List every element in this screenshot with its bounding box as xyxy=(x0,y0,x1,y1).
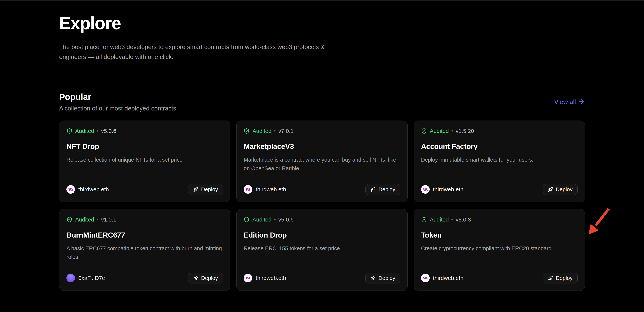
card-footer: thirdweb.eth Deploy xyxy=(244,273,400,284)
deploy-label: Deploy xyxy=(201,186,218,192)
contract-card-account-factory[interactable]: Audited v1.5.20 Account Factory Deploy i… xyxy=(414,120,585,202)
deploy-label: Deploy xyxy=(201,275,218,281)
publisher-name: thirdweb.eth xyxy=(433,275,464,281)
thirdweb-logo-icon xyxy=(245,276,250,280)
publisher-link[interactable]: thirdweb.eth xyxy=(421,274,464,282)
view-all-label: View all xyxy=(554,98,576,106)
rocket-icon xyxy=(548,276,553,281)
publisher-avatar xyxy=(421,274,430,282)
rocket-icon xyxy=(370,187,376,192)
publisher-avatar xyxy=(244,185,252,194)
contract-title: NFT Drop xyxy=(66,142,223,150)
page-title: Explore xyxy=(59,14,585,33)
publisher-name: thirdweb.eth xyxy=(256,186,286,192)
card-meta-row: Audited v1.0.1 xyxy=(66,216,223,223)
contract-description: A basic ERC677 compatible token contract… xyxy=(66,244,223,261)
card-meta-row: Audited v5.0.6 xyxy=(244,216,400,223)
audited-badge: Audited xyxy=(430,128,449,134)
publisher-link[interactable]: thirdweb.eth xyxy=(244,185,286,194)
card-footer: thirdweb.eth Deploy xyxy=(244,184,400,195)
separator-dot xyxy=(274,219,276,220)
shield-check-icon xyxy=(421,217,427,222)
contract-card-burnminterc677[interactable]: Audited v1.0.1 BurnMintERC677 A basic ER… xyxy=(59,209,230,291)
contracts-grid: Audited v5.0.6 NFT Drop Release collecti… xyxy=(59,120,585,291)
publisher-avatar xyxy=(66,274,75,282)
card-meta-row: Audited v7.0.1 xyxy=(244,128,400,134)
card-footer: thirdweb.eth Deploy xyxy=(66,184,223,195)
annotation-arrow-icon xyxy=(582,204,614,238)
audited-badge: Audited xyxy=(252,128,272,134)
contract-version: v1.0.1 xyxy=(101,216,116,223)
deploy-label: Deploy xyxy=(378,275,395,281)
contract-card-edition-drop[interactable]: Audited v5.0.6 Edition Drop Release ERC1… xyxy=(236,209,408,291)
rocket-icon xyxy=(193,276,198,281)
separator-dot xyxy=(274,130,276,132)
rocket-icon xyxy=(370,276,376,281)
contract-title: MarketplaceV3 xyxy=(244,142,400,150)
card-meta-row: Audited v5.0.3 xyxy=(421,216,578,223)
top-border xyxy=(0,0,644,1)
contract-title: Token xyxy=(421,231,578,239)
audited-badge: Audited xyxy=(430,216,449,223)
popular-section-header: Popular A collection of our most deploye… xyxy=(59,92,585,112)
contract-title: Edition Drop xyxy=(244,231,400,239)
deploy-button[interactable]: Deploy xyxy=(188,184,223,195)
card-footer: thirdweb.eth Deploy xyxy=(421,273,578,284)
shield-check-icon xyxy=(244,217,250,222)
contract-title: Account Factory xyxy=(421,142,578,150)
contract-version: v5.0.6 xyxy=(101,128,116,134)
thirdweb-logo-icon xyxy=(423,276,428,280)
deploy-label: Deploy xyxy=(556,186,572,192)
contract-version: v5.0.6 xyxy=(278,216,294,223)
publisher-link[interactable]: thirdweb.eth xyxy=(244,274,286,282)
popular-subheading: A collection of our most deployed contra… xyxy=(59,105,178,112)
contract-card-marketplacev3[interactable]: Audited v7.0.1 MarketplaceV3 Marketplace… xyxy=(236,120,408,202)
card-meta-row: Audited v1.5.20 xyxy=(421,128,578,134)
deploy-button[interactable]: Deploy xyxy=(543,184,578,195)
thirdweb-logo-icon xyxy=(68,188,73,191)
shield-check-icon xyxy=(66,217,72,222)
rocket-icon xyxy=(193,187,198,192)
contract-card-token[interactable]: Audited v5.0.3 Token Create cryptocurren… xyxy=(414,209,585,291)
deploy-label: Deploy xyxy=(556,275,572,281)
contract-version: v7.0.1 xyxy=(278,128,294,134)
page-subtitle: The best place for web3 developers to ex… xyxy=(59,42,339,62)
contract-card-nft-drop[interactable]: Audited v5.0.6 NFT Drop Release collecti… xyxy=(59,120,230,202)
shield-check-icon xyxy=(66,128,72,134)
contract-description: Create cryptocurrency compliant with ERC… xyxy=(421,244,578,253)
deploy-button[interactable]: Deploy xyxy=(543,273,578,284)
popular-heading-group: Popular A collection of our most deploye… xyxy=(59,92,178,112)
contract-description: Deploy immutable smart wallets for your … xyxy=(421,156,578,164)
contract-description: Release ERC1155 tokens for a set price. xyxy=(244,244,400,253)
explore-page: Explore The best place for web3 develope… xyxy=(59,0,585,291)
publisher-link[interactable]: thirdweb.eth xyxy=(66,185,109,194)
publisher-avatar xyxy=(66,185,75,194)
publisher-name: thirdweb.eth xyxy=(78,186,109,192)
separator-dot xyxy=(452,130,453,132)
deploy-label: Deploy xyxy=(378,186,395,192)
card-footer: thirdweb.eth Deploy xyxy=(421,184,578,195)
arrow-right-icon xyxy=(578,98,585,105)
contract-title: BurnMintERC677 xyxy=(66,231,223,239)
deploy-button[interactable]: Deploy xyxy=(188,273,223,284)
audited-badge: Audited xyxy=(75,216,94,223)
thirdweb-logo-icon xyxy=(245,188,250,191)
card-meta-row: Audited v5.0.6 xyxy=(66,128,223,134)
audited-badge: Audited xyxy=(252,216,272,223)
contract-version: v1.5.20 xyxy=(456,128,474,134)
deploy-button[interactable]: Deploy xyxy=(366,273,400,284)
rocket-icon xyxy=(548,187,553,192)
publisher-avatar xyxy=(244,274,252,282)
separator-dot xyxy=(452,219,453,220)
audited-badge: Audited xyxy=(75,128,94,134)
card-footer: 0xaF...D7c Deploy xyxy=(66,273,223,284)
deploy-button[interactable]: Deploy xyxy=(366,184,400,195)
contract-description: Marketplace is a contract where you can … xyxy=(244,156,400,172)
shield-check-icon xyxy=(421,128,427,134)
separator-dot xyxy=(97,130,98,132)
publisher-link[interactable]: thirdweb.eth xyxy=(421,185,464,194)
shield-check-icon xyxy=(244,128,250,134)
publisher-link[interactable]: 0xaF...D7c xyxy=(66,274,105,282)
contract-version: v5.0.3 xyxy=(456,216,471,223)
view-all-link[interactable]: View all xyxy=(554,98,585,106)
